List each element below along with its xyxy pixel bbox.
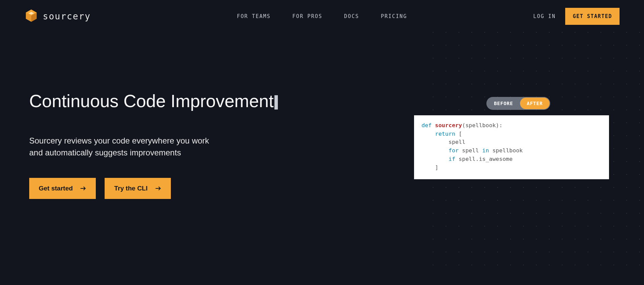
get-started-label: Get started xyxy=(39,185,73,192)
try-cli-button[interactable]: Try the CLI xyxy=(105,178,171,199)
nav-pricing[interactable]: PRICING xyxy=(381,13,407,19)
hero-title-text: Continuous Code Improvement xyxy=(29,91,274,111)
typing-cursor-icon xyxy=(274,95,278,110)
get-started-button[interactable]: Get started xyxy=(29,178,96,199)
main-nav: FOR TEAMS FOR PROS DOCS PRICING xyxy=(237,13,407,19)
hero-actions: Get started Try the CLI xyxy=(29,178,334,199)
header-actions: LOG IN GET STARTED xyxy=(533,8,620,25)
code-preview: def sourcery(spellbook): return [ spell … xyxy=(414,115,609,180)
toggle-after[interactable]: AFTER xyxy=(520,98,550,109)
try-cli-label: Try the CLI xyxy=(114,185,147,192)
hero-description: Sourcery reviews your code everywhere yo… xyxy=(29,135,219,159)
arrow-right-icon xyxy=(155,186,161,191)
nav-docs[interactable]: DOCS xyxy=(344,13,359,19)
hero: Continuous Code Improvement Sourcery rev… xyxy=(0,33,644,244)
arrow-right-icon xyxy=(80,186,86,191)
hero-title: Continuous Code Improvement xyxy=(29,91,278,111)
brand-name: sourcery xyxy=(43,11,91,21)
login-link[interactable]: LOG IN xyxy=(533,13,556,19)
logo[interactable]: sourcery xyxy=(24,9,91,24)
before-after-toggle: BEFORE AFTER xyxy=(486,97,550,110)
hero-left: Continuous Code Improvement Sourcery rev… xyxy=(29,77,334,199)
nav-for-pros[interactable]: FOR PROS xyxy=(292,13,322,19)
code-content: def sourcery(spellbook): return [ spell … xyxy=(422,121,602,172)
get-started-header-button[interactable]: GET STARTED xyxy=(565,8,620,25)
hero-right: BEFORE AFTER def sourcery(spellbook): re… xyxy=(393,33,644,244)
logo-hexagon-icon xyxy=(24,9,38,24)
toggle-before[interactable]: BEFORE xyxy=(487,98,520,109)
nav-for-teams[interactable]: FOR TEAMS xyxy=(237,13,271,19)
